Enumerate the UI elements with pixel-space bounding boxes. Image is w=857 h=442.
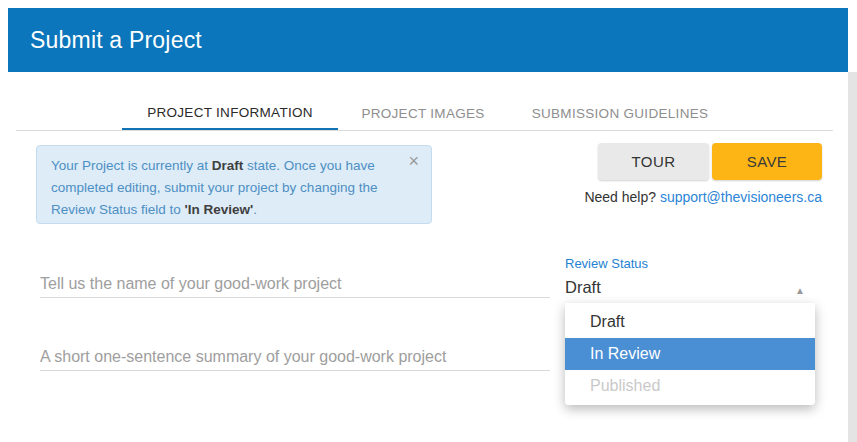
- option-draft[interactable]: Draft: [565, 306, 815, 338]
- page-title: Submit a Project: [30, 27, 202, 54]
- dropdown-padding: [565, 402, 815, 405]
- option-published[interactable]: Published: [565, 370, 815, 402]
- submit-project-page: Submit a Project PROJECT INFORMATION PRO…: [0, 0, 857, 442]
- review-status-label: Review Status: [565, 256, 815, 271]
- tab-submission-guidelines[interactable]: SUBMISSION GUIDELINES: [508, 96, 732, 131]
- tab-divider: [16, 130, 833, 131]
- tab-project-information[interactable]: PROJECT INFORMATION: [122, 96, 338, 131]
- tab-bar: PROJECT INFORMATION PROJECT IMAGES SUBMI…: [122, 96, 732, 131]
- review-status-dropdown: Draft In Review Published: [565, 303, 815, 405]
- close-icon[interactable]: ×: [408, 152, 419, 170]
- scrollbar-track[interactable]: [848, 72, 857, 442]
- option-in-review[interactable]: In Review: [565, 338, 815, 370]
- alert-bold-in-review: 'In Review': [185, 202, 254, 217]
- help-line: Need help? support@thevisioneers.ca: [584, 189, 822, 205]
- review-status-field: Review Status Draft ▲: [565, 256, 815, 309]
- project-name-input[interactable]: [40, 270, 550, 298]
- alert-text-3: .: [253, 202, 257, 217]
- draft-state-alert: Your Project is currently at Draft state…: [36, 145, 432, 224]
- review-status-select[interactable]: Draft ▲: [565, 278, 815, 302]
- support-email-link[interactable]: support@thevisioneers.ca: [660, 189, 822, 205]
- save-button[interactable]: SAVE: [712, 143, 822, 180]
- caret-up-icon: ▲: [795, 285, 805, 296]
- review-status-value: Draft: [565, 278, 601, 296]
- page-header: Submit a Project: [8, 8, 848, 72]
- project-summary-input[interactable]: [40, 343, 550, 371]
- help-prefix: Need help?: [584, 189, 660, 205]
- tour-button[interactable]: TOUR: [598, 143, 709, 180]
- tab-project-images[interactable]: PROJECT IMAGES: [338, 96, 508, 131]
- alert-text-1: Your Project is currently at: [51, 158, 212, 173]
- alert-bold-draft: Draft: [212, 158, 244, 173]
